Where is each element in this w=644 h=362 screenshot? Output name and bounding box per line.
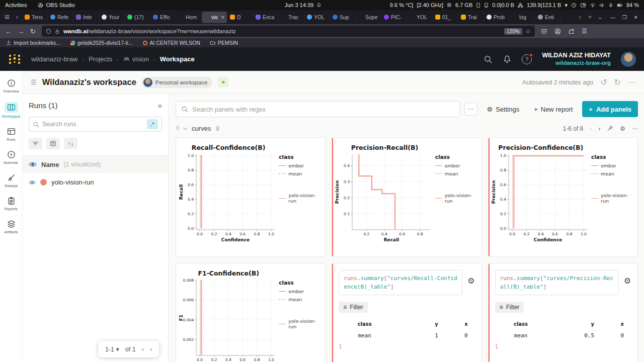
shield-icon[interactable] [46, 29, 51, 34]
legend-entry[interactable]: mean [279, 171, 323, 176]
pin-icon[interactable] [607, 125, 613, 132]
lock-icon[interactable] [55, 29, 60, 34]
legend-entry[interactable]: ember [279, 289, 323, 294]
table-row[interactable]: mean10 [339, 329, 474, 342]
column-header[interactable]: x [598, 319, 631, 329]
workspace-title[interactable]: Wildanaziz's workspace [42, 77, 136, 87]
browser-tab[interactable]: Enti [535, 12, 561, 23]
legend-run-entry[interactable]: yolo-vision-run [279, 318, 323, 329]
panel-chart-precision-recall-b-[interactable]: Precision-Recall(B)0.20.40.60.80.10.20.3… [332, 137, 481, 257]
new-tab-button[interactable]: + [585, 14, 595, 21]
browser-tab[interactable]: vis× [202, 12, 227, 23]
sidebar-item-sweeps[interactable]: Sweeps [0, 169, 22, 193]
browser-tab[interactable]: PIC- [381, 12, 407, 23]
prev-page-button[interactable]: ‹ [590, 125, 592, 132]
legend-run-entry[interactable]: yolo-vision-run [591, 193, 635, 204]
browser-tab[interactable]: Trai [458, 12, 484, 23]
sparkle-ai-button[interactable]: ✦ [218, 77, 228, 87]
browser-tab[interactable]: YOL [304, 12, 330, 23]
legend-run-entry[interactable]: yolo-vision-run [279, 193, 323, 204]
panel-settings-gear-icon[interactable]: ⚙ [467, 276, 474, 286]
sidebar-item-runs[interactable]: Runs [0, 123, 22, 146]
panel-chart-precision-confidence-b-[interactable]: Precision-Confidence(B)0.00.20.40.60.81.… [488, 137, 638, 257]
browser-tab[interactable]: 01_ [433, 12, 458, 23]
column-header[interactable]: y [546, 319, 598, 329]
filter-button[interactable]: ≡Filter [339, 302, 368, 313]
runs-search-input[interactable] [42, 121, 144, 128]
chevron-down-icon[interactable] [183, 126, 188, 131]
regex-toggle-button[interactable]: .* [147, 119, 158, 129]
browser-tab[interactable]: Hom [176, 12, 202, 23]
chart-plot[interactable]: 0.20.40.60.80.10.20.30.4RecallPrecision [334, 151, 434, 243]
column-header[interactable]: class [339, 319, 390, 329]
clock[interactable]: Jun 3 14:39 [216, 2, 390, 8]
bookmark-item[interactable]: Import bookmarks... [6, 40, 60, 46]
bookmark-item[interactable]: AI CENTER WILSON [143, 40, 200, 46]
section-settings-icon[interactable]: ⚙ [620, 125, 625, 132]
settings-button[interactable]: ⚙Settings [482, 101, 525, 117]
chart-plot[interactable]: 0.00.20.40.60.81.00.00.20.40.60.81.0Conf… [178, 151, 278, 243]
user-block[interactable]: WILDAN AZIZ HIDAYAT wildanaziz-braw-org [542, 52, 611, 67]
legend-entry[interactable]: mean [279, 297, 323, 302]
help-button[interactable]: ? [522, 54, 532, 64]
section-name[interactable]: curves [192, 125, 211, 132]
wandb-logo[interactable] [8, 53, 21, 65]
chart-plot[interactable]: 0.00.20.40.60.81.00.00.20.40.60.81.0Conf… [491, 151, 590, 243]
reload-button[interactable]: ↻ [30, 28, 36, 35]
browser-tab[interactable]: Effic [150, 12, 176, 23]
panel-search-options-button[interactable]: ⋯ [464, 103, 477, 116]
sort-runs-button[interactable]: ↑↓ [64, 138, 77, 149]
breadcrumb-item-wildanaziz-braw[interactable]: wildanaziz-braw [31, 55, 77, 63]
close-window-button[interactable]: ✕ [634, 15, 638, 20]
visibility-eye-icon[interactable] [29, 160, 37, 168]
system-tray[interactable]: 9.6 % °C][2.40 GHz] 6.7 GB 0.0|0.0 B 139… [390, 2, 639, 9]
obs-studio-button[interactable]: OBS Studio [38, 2, 74, 8]
sidebar-item-workspace[interactable]: Workspace [0, 98, 22, 123]
workspace-more-button[interactable]: ⋯ [628, 77, 636, 87]
panel-table-recall-confidence-b-table[interactable]: runs.summary["curves/Recall-Confidence(B… [332, 263, 481, 362]
activities-button[interactable]: Activities [5, 2, 27, 8]
panel-expression[interactable]: runs.summary["curves/Precision-Recall(B)… [495, 270, 619, 295]
pocket-icon[interactable] [541, 28, 547, 35]
minimize-button[interactable]: — [610, 15, 615, 20]
drag-handle-icon[interactable]: ⠿ [176, 125, 179, 132]
scroll-tabs-left-button[interactable]: ‹ [12, 14, 22, 21]
column-header[interactable]: class [495, 319, 547, 329]
prev-runs-page-button[interactable]: ‹ [142, 345, 144, 353]
panel-search-input[interactable] [192, 106, 454, 113]
menu-icon[interactable]: ☰ [582, 28, 587, 35]
bookmark-item[interactable]: gelatik2025-divisi17-ti... [70, 40, 133, 46]
sidebar-item-overview[interactable]: Overview [0, 75, 22, 98]
panel-chart-recall-confidence-b-[interactable]: Recall-Confidence(B)0.00.20.40.60.81.00.… [176, 137, 326, 257]
runs-table-header[interactable]: Name (1 visualized) [23, 155, 168, 173]
url-bar[interactable]: wandb.ai/wildanaziz-braw/vision/workspac… [42, 26, 535, 37]
redo-button[interactable]: ↻ [614, 77, 621, 87]
search-icon[interactable] [484, 55, 493, 64]
panel-search[interactable] [176, 101, 460, 117]
workspace-menu-icon[interactable]: ☰ [31, 78, 37, 86]
bookmark-item[interactable]: PEMSIN [210, 40, 238, 46]
column-header[interactable]: x [442, 319, 475, 329]
table-row[interactable]: mean0.50 [495, 329, 631, 342]
filter-runs-button[interactable] [29, 138, 42, 149]
bell-icon[interactable] [503, 55, 512, 64]
add-panels-button[interactable]: +Add panels [582, 101, 638, 117]
list-tabs-button[interactable]: ⌄ [595, 14, 605, 21]
panel-chart-f1-confidence-b-[interactable]: F1-Confidence(B)0.00.20.40.60.81.00.0020… [176, 263, 326, 362]
section-more-button[interactable]: ⋯ [632, 125, 638, 132]
browser-tab[interactable]: Prob [484, 12, 510, 23]
maximize-button[interactable]: ❐ [622, 15, 627, 20]
panel-expression[interactable]: runs.summary["curves/Recall-Confidence(B… [339, 270, 462, 295]
sidebar-item-reports[interactable]: Reports [0, 193, 22, 216]
run-row[interactable]: yolo-vision-run [23, 173, 168, 192]
sidebar-item-artifacts[interactable]: Artifacts [0, 216, 22, 239]
browser-tab[interactable]: log [510, 12, 535, 23]
new-report-button[interactable]: +New report [529, 101, 578, 117]
user-avatar[interactable] [621, 52, 636, 67]
legend-entry[interactable]: mean [435, 171, 479, 176]
chart-plot[interactable]: 0.00.20.40.60.81.00.0020.0040.0060.008Co… [178, 277, 278, 362]
zoom-level-badge[interactable]: 120% [504, 28, 522, 35]
browser-tab[interactable]: Tens [22, 12, 48, 23]
breadcrumb-item-workspace[interactable]: Workspace [160, 55, 195, 63]
rows-per-page[interactable]: 1-1 ▾ [105, 345, 119, 353]
